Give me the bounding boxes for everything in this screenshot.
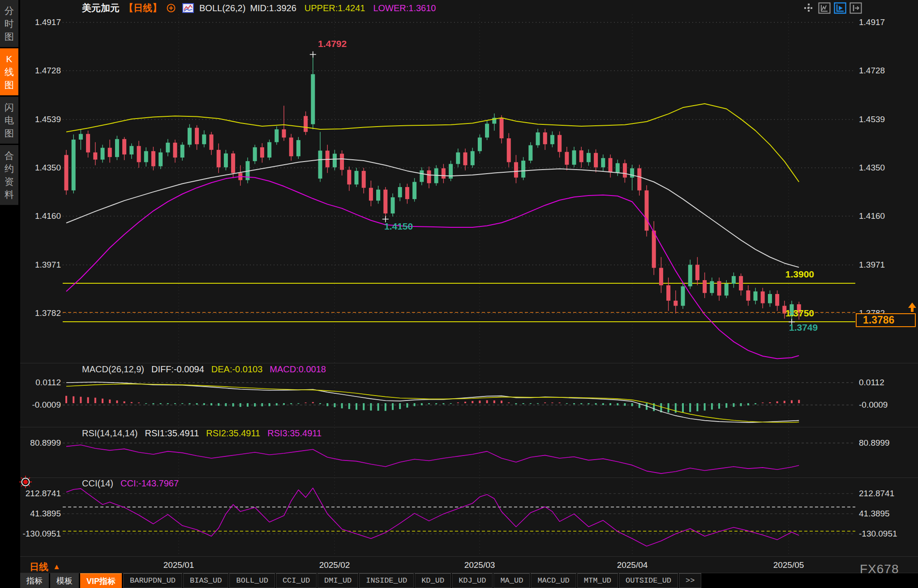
live-indicator-icon bbox=[18, 474, 36, 492]
shift-right-icon[interactable] bbox=[849, 2, 862, 14]
crosshair-move-icon[interactable] bbox=[802, 2, 815, 14]
y-axis-label: 1.4728 bbox=[18, 66, 61, 76]
rsi3-value: RSI3:35.4911 bbox=[267, 428, 322, 439]
y-axis-label: 80.8999 bbox=[18, 438, 61, 448]
y-axis-label: 1.4350 bbox=[859, 163, 904, 173]
sidebar-item-char: 电 bbox=[4, 115, 14, 125]
sidebar-item-char: 资 bbox=[4, 176, 14, 187]
sidebar-item-contract-info[interactable]: 合约资料 bbox=[0, 145, 18, 205]
sidebar-item-char: 图 bbox=[4, 31, 14, 42]
y-axis-label: 1.4160 bbox=[18, 211, 61, 221]
level-1-label: 1.3900 bbox=[774, 269, 814, 280]
x-axis-label: 2025/04 bbox=[610, 560, 655, 570]
x-axis-label: 2025/05 bbox=[766, 560, 811, 570]
y-axis-label: 1.4539 bbox=[859, 115, 904, 124]
y-axis-label: 80.8999 bbox=[859, 438, 904, 448]
y-axis-label: 212.8741 bbox=[859, 489, 904, 499]
cci-panel-header: CCI(14) CCI:-143.7967 bbox=[82, 478, 179, 489]
y-axis-label: 1.4350 bbox=[18, 163, 61, 173]
sidebar-item-time-chart[interactable]: 分时图 bbox=[0, 0, 18, 47]
y-axis-label: 41.3895 bbox=[18, 509, 61, 519]
tab-indicators[interactable]: 指标 bbox=[20, 573, 49, 588]
chart-toolbar bbox=[802, 2, 862, 14]
axis-scale-icon[interactable] bbox=[818, 2, 831, 14]
y-axis-label: 1.3971 bbox=[859, 260, 904, 270]
tab-vip-indicators[interactable]: VIP指标 bbox=[80, 573, 122, 588]
rsi-title: RSI(14,14,14) bbox=[82, 428, 138, 439]
sidebar-item-lightning-chart[interactable]: 闪电图 bbox=[0, 97, 18, 144]
sidebar-item-char: 图 bbox=[4, 128, 14, 138]
sidebar-item-char: 合 bbox=[4, 150, 14, 161]
y-axis-label: 1.4539 bbox=[18, 115, 61, 124]
footer-period-selector[interactable]: 日线 ▲ bbox=[30, 561, 60, 573]
boll-indicator-label: BOLL(26,2) bbox=[199, 3, 245, 13]
y-axis-label: 1.4728 bbox=[859, 66, 904, 76]
sidebar-item-char: 料 bbox=[4, 189, 14, 200]
y-axis-label: 1.4917 bbox=[859, 17, 904, 27]
period-up-arrow-icon: ▲ bbox=[53, 562, 60, 571]
boll-lower-value: LOWER:1.3610 bbox=[373, 3, 436, 13]
chart-header: 美元加元 【日线】 BOLL(26,2) MID:1.3926 UPPER:1.… bbox=[82, 2, 436, 14]
tab-kd-ud[interactable]: KD_UD bbox=[415, 573, 451, 588]
tab-dmi-ud[interactable]: DMI_UD bbox=[317, 573, 358, 588]
x-axis-label: 2025/03 bbox=[457, 560, 502, 570]
level-2-label: 1.3750 bbox=[774, 308, 814, 319]
period-label[interactable]: 【日线】 bbox=[124, 2, 162, 14]
macd-panel-header: MACD(26,12,9) DIFF:-0.0094 DEA:-0.0103 M… bbox=[82, 364, 326, 375]
macd-title: MACD(26,12,9) bbox=[82, 364, 144, 375]
boll-mid-value: MID:1.3926 bbox=[250, 3, 296, 13]
tab-barupdn-ud[interactable]: BARUPDN_UD bbox=[123, 573, 182, 588]
tab-kdj-ud[interactable]: KDJ_UD bbox=[452, 573, 493, 588]
tab-cci-ud[interactable]: CCI_UD bbox=[276, 573, 317, 588]
sidebar-item-char: 分 bbox=[4, 5, 14, 16]
footer-period-label: 日线 bbox=[30, 561, 48, 573]
sidebar-item-char: 图 bbox=[4, 80, 14, 90]
sidebar-item-kline-chart[interactable]: K线图 bbox=[0, 48, 18, 95]
rsi-panel-header: RSI(14,14,14) RSI1:35.4911 RSI2:35.4911 … bbox=[82, 428, 322, 439]
macd-bar-value: MACD:0.0018 bbox=[270, 364, 326, 375]
high-price-label: 1.4792 bbox=[318, 38, 347, 49]
y-axis-label: 0.0112 bbox=[859, 378, 904, 388]
axis-play-icon[interactable] bbox=[833, 2, 847, 14]
price-chart-canvas[interactable] bbox=[0, 0, 918, 588]
current-price-box: 1.3786 bbox=[856, 313, 916, 327]
tab-macd-ud[interactable]: MACD_UD bbox=[531, 573, 576, 588]
boll-upper-value: UPPER:1.4241 bbox=[305, 3, 365, 13]
macd-diff-value: DIFF:-0.0094 bbox=[151, 364, 204, 375]
tab-mtm-ud[interactable]: MTM_UD bbox=[577, 573, 618, 588]
tab-boll-ud[interactable]: BOLL_UD bbox=[229, 573, 275, 588]
y-axis-label: 1.3971 bbox=[18, 260, 61, 270]
tab-more[interactable]: >> bbox=[679, 573, 701, 588]
add-indicator-icon[interactable] bbox=[166, 3, 176, 13]
symbol-name: 美元加元 bbox=[82, 2, 120, 14]
y-axis-label: 1.3782 bbox=[18, 308, 61, 318]
tab-inside-ud[interactable]: INSIDE_UD bbox=[359, 573, 414, 588]
cci-value: CCI:-143.7967 bbox=[120, 478, 179, 489]
last-low-label: 1.3749 bbox=[789, 322, 818, 333]
tab-bias-ud[interactable]: BIAS_UD bbox=[183, 573, 228, 588]
x-axis-label: 2025/01 bbox=[156, 560, 201, 570]
tab-templates[interactable]: 模板 bbox=[50, 573, 79, 588]
y-axis-label: 0.0112 bbox=[18, 378, 61, 388]
mini-chart-icon[interactable] bbox=[182, 3, 194, 13]
rsi1-value: RSI1:35.4911 bbox=[145, 428, 199, 439]
macd-dea-value: DEA:-0.0103 bbox=[211, 364, 263, 375]
y-axis-label: -0.0009 bbox=[859, 400, 904, 410]
y-axis-label: 41.3895 bbox=[859, 509, 904, 519]
trading-app: { "sidebar": { "items": [ {"label": "分时图… bbox=[0, 0, 918, 588]
cci-title: CCI(14) bbox=[82, 478, 113, 489]
tab-ma-ud[interactable]: MA_UD bbox=[493, 573, 530, 588]
y-axis-label: 1.4160 bbox=[859, 211, 904, 221]
current-price-value: 1.3786 bbox=[863, 314, 894, 326]
feb-low-label: 1.4150 bbox=[384, 221, 413, 232]
sidebar-item-char: 时 bbox=[4, 18, 14, 29]
y-axis-label: -130.0951 bbox=[18, 529, 61, 539]
sidebar-item-char: 约 bbox=[4, 163, 14, 174]
bottom-tab-bar: 指标模板VIP指标BARUPDN_UDBIAS_UDBOLL_UDCCI_UDD… bbox=[20, 573, 918, 588]
tab-outside-ud[interactable]: OUTSIDE_UD bbox=[619, 573, 678, 588]
y-axis-label: -130.0951 bbox=[859, 529, 904, 539]
x-axis-label: 2025/02 bbox=[312, 560, 357, 570]
sidebar-item-char: 线 bbox=[4, 67, 14, 77]
left-sidebar: 分时图K线图闪电图合约资料 bbox=[0, 0, 18, 588]
sidebar-item-char: K bbox=[6, 54, 12, 64]
